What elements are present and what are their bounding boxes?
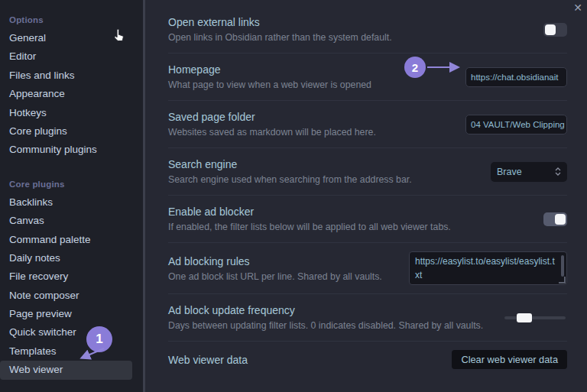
- slider-thumb[interactable]: [517, 313, 532, 322]
- sidebar-item-daily-notes[interactable]: Daily notes: [0, 249, 143, 267]
- setting-info: Ad blocking rulesOne ad block list URL p…: [168, 254, 382, 283]
- sidebar-item-command-palette[interactable]: Command palette: [0, 231, 143, 249]
- enable-ad-blocker-toggle[interactable]: [543, 212, 567, 226]
- sidebar-item-backlinks[interactable]: Backlinks: [0, 193, 143, 212]
- setting-name: Enable ad blocker: [168, 204, 451, 219]
- saved-page-folder-input[interactable]: 04 VAULT/Web Clipping: [465, 115, 567, 134]
- setting-control: 04 VAULT/Web Clipping: [465, 115, 567, 134]
- setting-control: [543, 23, 567, 37]
- setting-info: Web viewer data: [168, 352, 248, 368]
- homepage-input[interactable]: https://chat.obsidianait: [465, 67, 567, 87]
- setting-row-saved-page-folder: Saved page folderWebsites saved as markd…: [168, 101, 567, 148]
- sidebar-item-hotkeys[interactable]: Hotkeys: [0, 104, 143, 122]
- ad-blocking-rules-textarea[interactable]: https://easylist.to/easylist/easylist.tx…: [409, 251, 567, 285]
- sidebar-item-canvas[interactable]: Canvas: [0, 212, 143, 230]
- setting-description: Days between updating filter lists. 0 in…: [168, 319, 483, 332]
- setting-description: Search engine used when searching from t…: [168, 173, 412, 186]
- open-external-links-toggle[interactable]: [543, 23, 567, 37]
- settings-sidebar: OptionsGeneralEditorFiles and linksAppea…: [0, 0, 143, 392]
- setting-name: Ad block update frequency: [168, 303, 483, 318]
- setting-info: Search engineSearch engine used when sea…: [168, 157, 412, 186]
- resize-grip-icon[interactable]: [559, 277, 566, 283]
- settings-panel: Open external linksOpen links in Obsidia…: [145, 0, 587, 392]
- setting-name: Saved page folder: [168, 109, 376, 125]
- setting-row-web-viewer-data: Web viewer dataClear web viewer data: [168, 342, 567, 377]
- setting-name: Open external links: [168, 15, 392, 30]
- setting-description: What page to view when a web viewer is o…: [168, 79, 371, 92]
- sidebar-section-gap: [0, 160, 143, 175]
- scrollbar-thumb[interactable]: [561, 255, 564, 277]
- setting-info: Ad block update frequencyDays between up…: [168, 303, 483, 332]
- sidebar-item-web-viewer[interactable]: Web viewer: [0, 361, 132, 379]
- clear-web-viewer-data-button[interactable]: Clear web viewer data: [452, 350, 567, 369]
- setting-row-search-engine: Search engineSearch engine used when sea…: [168, 148, 567, 196]
- sidebar-item-quick-switcher[interactable]: Quick switcher: [0, 323, 143, 342]
- sidebar-item-page-preview[interactable]: Page preview: [0, 305, 143, 323]
- sidebar-item-editor[interactable]: Editor: [0, 47, 143, 66]
- close-icon[interactable]: ✕: [573, 1, 582, 15]
- sidebar-item-core-plugins[interactable]: Core plugins: [0, 122, 143, 141]
- sidebar-item-templates[interactable]: Templates: [0, 342, 143, 361]
- setting-description: One ad block list URL per line. Shared b…: [168, 271, 382, 283]
- ad-block-update-frequency-slider[interactable]: [504, 316, 566, 319]
- setting-control: [504, 316, 567, 319]
- toggle-knob: [555, 214, 566, 225]
- setting-control: https://chat.obsidianait: [465, 67, 567, 87]
- setting-control: [543, 212, 567, 226]
- setting-control: Brave: [491, 162, 567, 182]
- sidebar-item-appearance[interactable]: Appearance: [0, 85, 143, 103]
- setting-row-enable-ad-blocker: Enable ad blockerIf enabled, the filter …: [168, 196, 567, 243]
- sidebar-item-general[interactable]: General: [0, 29, 143, 47]
- sidebar-section-header-options: Options: [0, 11, 143, 29]
- sidebar-item-file-recovery[interactable]: File recovery: [0, 267, 143, 286]
- setting-name: Web viewer data: [168, 352, 248, 368]
- dropdown-value: Brave: [497, 167, 522, 177]
- setting-control: Clear web viewer data: [452, 350, 567, 369]
- setting-description: Websites saved as markdown will be place…: [168, 126, 376, 139]
- setting-row-open-external-links: Open external linksOpen links in Obsidia…: [168, 6, 567, 53]
- setting-description: If enabled, the filter lists below will …: [168, 221, 451, 234]
- setting-control: https://easylist.to/easylist/easylist.tx…: [409, 251, 567, 285]
- sidebar-item-files-and-links[interactable]: Files and links: [0, 66, 143, 85]
- search-engine-dropdown[interactable]: Brave: [491, 162, 567, 182]
- sidebar-item-note-composer[interactable]: Note composer: [0, 287, 143, 305]
- toggle-knob: [545, 24, 556, 35]
- setting-name: Ad blocking rules: [168, 254, 382, 269]
- setting-row-ad-blocking-rules: Ad blocking rulesOne ad block list URL p…: [168, 243, 567, 294]
- setting-info: Open external linksOpen links in Obsidia…: [168, 15, 392, 44]
- setting-name: Homepage: [168, 62, 371, 77]
- setting-name: Search engine: [168, 157, 412, 172]
- setting-row-homepage: HomepageWhat page to view when a web vie…: [168, 53, 567, 101]
- setting-info: Saved page folderWebsites saved as markd…: [168, 109, 376, 139]
- sidebar-item-community-plugins[interactable]: Community plugins: [0, 141, 143, 159]
- setting-info: HomepageWhat page to view when a web vie…: [168, 62, 371, 92]
- setting-row-ad-block-update-frequency: Ad block update frequencyDays between up…: [168, 294, 567, 342]
- setting-info: Enable ad blockerIf enabled, the filter …: [168, 204, 451, 234]
- sidebar-section-header-core-plugins: Core plugins: [0, 175, 143, 193]
- setting-description: Open links in Obsidian rather than the s…: [168, 31, 392, 44]
- chevron-up-down-icon: [555, 167, 561, 176]
